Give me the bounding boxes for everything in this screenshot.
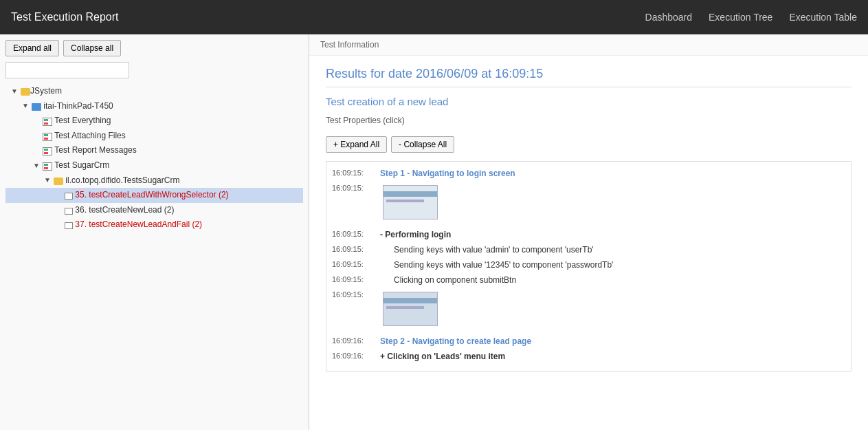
app-header: Test Execution Report Dashboard Executio…	[0, 0, 868, 34]
results-title: Results for date 2016/06/09 at 16:09:15	[326, 67, 852, 87]
test-icon-report	[43, 147, 52, 155]
tree: ▼ JSystem ▼ itai-ThinkPad-T450 Test Ever…	[5, 84, 303, 233]
test-icon-sugar	[43, 162, 52, 171]
tree-node-test-37[interactable]: 37. testCreateNewLeadAndFail (2)	[5, 217, 303, 233]
log-row-leads: 16:09:16: + Clicking on 'Leads' menu ite…	[332, 350, 845, 363]
test-icon-36	[65, 208, 73, 215]
test-icon-35	[65, 193, 73, 200]
log-row-sendkeys-pass: 16:09:15: Sending keys with value '12345…	[332, 259, 845, 271]
log-time-sk-admin: 16:09:15:	[332, 244, 380, 255]
main-nav: Dashboard Execution Tree Execution Table	[645, 12, 857, 23]
log-content-s1	[380, 182, 845, 226]
folder-icon	[21, 88, 30, 96]
test-subtitle: Test creation of a new lead	[326, 96, 852, 107]
tree-node-test-attaching[interactable]: Test Attaching Files	[5, 129, 303, 144]
toggle-icon-test-attaching	[33, 130, 43, 142]
tree-toolbar: Expand all Collapse all	[5, 40, 303, 56]
log-step2-text: Step 2 - Navigating to create lead page	[380, 336, 531, 346]
log-time-step1: 16:09:15:	[332, 167, 380, 179]
nav-execution-table[interactable]: Execution Table	[789, 12, 857, 23]
results-section: Results for date 2016/06/09 at 16:09:15 …	[309, 56, 868, 383]
tree-label-class-sugar: il.co.topq.difido.TestsSugarCrm	[65, 173, 179, 189]
search-input[interactable]	[5, 62, 129, 78]
nav-dashboard[interactable]: Dashboard	[645, 12, 693, 23]
test-info-label: Test Information	[320, 40, 379, 50]
log-time-s1: 16:09:15:	[332, 182, 380, 194]
log-row-screenshot2: 16:09:15:	[332, 289, 845, 332]
toggle-icon-test-report	[33, 144, 43, 157]
tree-label-test-36: 36. testCreateNewLead (2)	[75, 203, 174, 218]
tree-node-machine[interactable]: ▼ itai-ThinkPad-T450	[5, 99, 303, 114]
tree-node-test-everything[interactable]: Test Everything	[5, 114, 303, 129]
log-content-step1: Step 1 - Navigating to login screen	[380, 167, 845, 180]
toggle-icon-test-sugar: ▼	[33, 160, 43, 172]
tree-label-test-everything: Test Everything	[54, 114, 111, 129]
log-content-step2: Step 2 - Navigating to create lead page	[380, 335, 845, 347]
log-time-leads: 16:09:16:	[332, 350, 380, 362]
log-time-sk-pass: 16:09:15:	[332, 259, 380, 270]
tree-node-test-report[interactable]: Test Report Messages	[5, 143, 303, 158]
folder-icon-class	[54, 178, 63, 185]
test-icon-everything	[43, 118, 52, 126]
toggle-icon-36	[55, 204, 65, 217]
tree-node-test-sugar[interactable]: ▼ Test SugarCrm	[5, 158, 303, 173]
log-row-step2: 16:09:16: Step 2 - Navigating to create …	[332, 335, 845, 347]
log-content-sk-pass: Sending keys with value '12345' to compo…	[380, 259, 845, 271]
test-info-header: Test Information	[309, 34, 868, 56]
log-time-login: 16:09:15:	[332, 228, 380, 240]
screenshot-thumb-1[interactable]	[383, 185, 438, 219]
tree-label-test-sugar: Test SugarCrm	[54, 158, 109, 173]
tree-label-jsystem: JSystem	[30, 84, 62, 99]
tree-node-test-35[interactable]: 35. testCreateLeadWithWrongSelector (2)	[5, 188, 303, 203]
expand-all-button[interactable]: Expand all	[5, 40, 59, 56]
computer-icon	[32, 103, 41, 111]
tree-node-test-36[interactable]: 36. testCreateNewLead (2)	[5, 203, 303, 218]
toggle-icon-jsystem: ▼	[11, 85, 21, 98]
log-time-s2: 16:09:15:	[332, 289, 380, 301]
log-row-sendkeys-admin: 16:09:15: Sending keys with value 'admin…	[332, 244, 845, 256]
tree-node-class-sugar[interactable]: ▼ il.co.topq.difido.TestsSugarCrm	[5, 173, 303, 189]
collapse-all-button[interactable]: Collapse all	[63, 40, 121, 56]
search-container	[5, 62, 303, 84]
log-content-sk-admin: Sending keys with value 'admin' to compo…	[380, 244, 845, 256]
toggle-icon-test-everything	[33, 115, 43, 127]
tree-label-test-attaching: Test Attaching Files	[54, 129, 125, 144]
log-content-login: - Performing login	[380, 228, 845, 241]
left-panel: Expand all Collapse all ▼ JSystem ▼ itai…	[0, 34, 309, 430]
expand-collapse-bar: + Expand All - Collapse All	[326, 136, 852, 153]
expand-all-log-button[interactable]: + Expand All	[326, 136, 387, 153]
test-icon-37	[65, 222, 73, 229]
toggle-icon-machine: ▼	[22, 100, 32, 112]
log-row-screenshot1: 16:09:15:	[332, 182, 845, 226]
nav-execution-tree[interactable]: Execution Tree	[709, 12, 772, 23]
app-title: Test Execution Report	[11, 11, 645, 23]
log-row-step1: 16:09:15: Step 1 - Navigating to login s…	[332, 167, 845, 180]
tree-label-machine: itai-ThinkPad-T450	[43, 99, 113, 114]
log-step1-text: Step 1 - Navigating to login screen	[380, 169, 515, 178]
tree-label-test-37: 37. testCreateNewLeadAndFail (2)	[75, 217, 202, 233]
toggle-icon-35	[55, 189, 65, 202]
log-content-s2	[380, 289, 845, 332]
tree-node-jsystem[interactable]: ▼ JSystem	[5, 84, 303, 99]
collapse-all-log-button[interactable]: - Collapse All	[391, 136, 454, 153]
toggle-icon-37	[55, 219, 65, 231]
tree-label-test-35: 35. testCreateLeadWithWrongSelector (2)	[75, 188, 228, 203]
screenshot-thumb-2[interactable]	[383, 292, 438, 326]
toggle-icon-class: ▼	[44, 174, 54, 186]
log-time-submit: 16:09:15:	[332, 274, 380, 286]
execution-log: 16:09:15: Step 1 - Navigating to login s…	[326, 161, 852, 372]
right-panel: Test Information Results for date 2016/0…	[309, 34, 868, 430]
log-content-leads: + Clicking on 'Leads' menu item	[380, 350, 845, 363]
test-properties[interactable]: Test Properties (click)	[326, 116, 852, 125]
test-icon-attaching	[43, 133, 52, 141]
log-row-login: 16:09:15: - Performing login	[332, 228, 845, 241]
tree-label-test-report: Test Report Messages	[54, 143, 136, 158]
log-time-step2: 16:09:16:	[332, 335, 380, 347]
log-content-submit: Clicking on component submitBtn	[380, 274, 845, 286]
log-row-click-submit: 16:09:15: Clicking on component submitBt…	[332, 274, 845, 286]
main-layout: Expand all Collapse all ▼ JSystem ▼ itai…	[0, 34, 868, 430]
